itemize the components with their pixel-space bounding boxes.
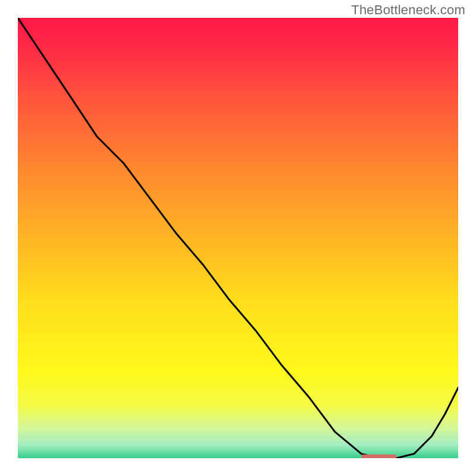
plateau-marker (361, 455, 396, 458)
chart (18, 18, 458, 458)
watermark-text: TheBottleneck.com (351, 2, 465, 18)
chart-background (18, 18, 458, 458)
page: TheBottleneck.com (0, 0, 476, 476)
chart-svg (18, 18, 458, 458)
